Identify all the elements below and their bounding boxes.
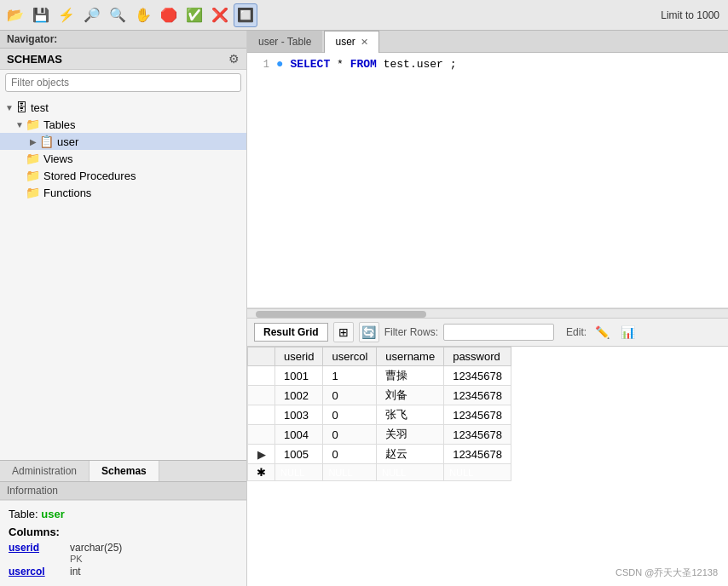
expand-arrow-tables: ▼: [14, 120, 26, 129]
table-row: 1004 0 关羽 12345678: [248, 425, 511, 445]
search-button[interactable]: 🔍: [106, 3, 130, 27]
open-button[interactable]: 📂: [3, 3, 27, 27]
close-icon[interactable]: ✕: [361, 37, 368, 48]
cell-username[interactable]: 张飞: [377, 405, 444, 425]
cell-password[interactable]: 12345678: [444, 386, 511, 405]
export-button[interactable]: 📊: [617, 322, 638, 342]
edit-pencil-button[interactable]: ✏️: [592, 322, 612, 342]
db-icon: 🗄: [15, 101, 27, 114]
info-table-label: Table: user: [9, 508, 238, 520]
result-table: userid usercol username password 1001 1 …: [247, 347, 511, 481]
filter-label: Filter Rows:: [384, 326, 438, 338]
tab-user[interactable]: user ✕: [324, 31, 378, 53]
expand-arrow: ▼: [3, 103, 15, 112]
cell-userid[interactable]: 1003: [275, 405, 323, 425]
cell-usercol[interactable]: 0: [323, 425, 377, 445]
col-name-userid: userid: [9, 542, 60, 564]
cell-username[interactable]: 刘备: [377, 386, 444, 405]
cell-username[interactable]: 关羽: [377, 425, 444, 445]
line-number: 1: [254, 59, 269, 71]
editor-area: user - Table user ✕ 1 ● SELECT * FROM te…: [247, 31, 728, 586]
rollback-button[interactable]: ❌: [208, 3, 232, 27]
col-header-password: password: [444, 348, 511, 366]
sql-code: SELECT * FROM test.user ;: [290, 58, 456, 71]
cell-userid[interactable]: 1004: [275, 425, 323, 445]
schemas-title: SCHEMAS: [7, 53, 62, 66]
commit-button[interactable]: ✅: [182, 3, 206, 27]
horizontal-scrollbar[interactable]: [247, 308, 728, 319]
watermark: CSDN @乔天大圣12138: [615, 566, 718, 579]
tree-item-tables[interactable]: ▼ 📁 Tables: [0, 116, 246, 133]
save-button[interactable]: 💾: [29, 3, 53, 27]
schema-tree: ▼ 🗄 test ▼ 📁 Tables ▶ 📋 user 📁 Views: [0, 95, 246, 460]
sql-line-1: 1 ● SELECT * FROM test.user ;: [254, 58, 721, 71]
tbl-name: test.user: [384, 58, 443, 71]
cell-null-password[interactable]: NULL: [444, 464, 511, 481]
sql-editor[interactable]: 1 ● SELECT * FROM test.user ;: [247, 53, 728, 308]
cell-userid[interactable]: 1005: [275, 445, 323, 464]
tree-item-functions[interactable]: 📁 Functions: [0, 184, 246, 201]
limit-label: Limit to 1000: [661, 9, 725, 21]
navigator-header: Navigator:: [0, 31, 246, 49]
cell-userid[interactable]: 1002: [275, 386, 323, 405]
table-row: 1001 1 曹操 12345678: [248, 366, 511, 386]
scrollbar-thumb[interactable]: [256, 311, 426, 318]
cell-username[interactable]: 赵云: [377, 445, 444, 464]
cell-usercol[interactable]: 0: [323, 445, 377, 464]
info-columns-label: Columns:: [9, 526, 238, 538]
grid-view-button[interactable]: ⊞: [333, 322, 354, 342]
refresh-button[interactable]: 🔄: [359, 322, 379, 342]
tree-label-views: Views: [43, 152, 72, 165]
tree-item-stored-procedures[interactable]: 📁 Stored Procedures: [0, 167, 246, 184]
cell-password[interactable]: 12345678: [444, 445, 511, 464]
tab-administration[interactable]: Administration: [0, 461, 90, 481]
cell-password[interactable]: 12345678: [444, 405, 511, 425]
table-row: 1003 0 张飞 12345678: [248, 405, 511, 425]
cell-null-userid[interactable]: NULL: [275, 464, 323, 481]
cell-usercol[interactable]: 0: [323, 405, 377, 425]
cell-usercol[interactable]: 1: [323, 366, 377, 386]
kw-from: FROM: [350, 58, 377, 71]
tab-label-user-table: user - Table: [258, 36, 311, 48]
row-indicator: [248, 425, 275, 445]
filter-rows-input[interactable]: [443, 324, 554, 341]
tree-item-views[interactable]: 📁 Views: [0, 150, 246, 167]
cell-null-username[interactable]: NULL: [377, 464, 444, 481]
row-indicator: [248, 366, 275, 386]
kw-select: SELECT: [290, 58, 330, 71]
toggle-button[interactable]: 🔲: [234, 3, 257, 27]
tree-item-user[interactable]: ▶ 📋 user: [0, 133, 246, 150]
cell-usercol[interactable]: 0: [323, 386, 377, 405]
line-dot: ●: [276, 57, 283, 71]
row-new-indicator: ✱: [248, 464, 275, 481]
table-row: 1002 0 刘备 12345678: [248, 386, 511, 405]
tree-label-test: test: [31, 101, 49, 114]
col-header-username: username: [377, 348, 444, 366]
schemas-icon[interactable]: ⚙: [228, 52, 240, 66]
info-col-userid: userid varchar(25) PK: [9, 542, 238, 564]
filter-input[interactable]: [5, 73, 241, 92]
col-header-userid: userid: [275, 348, 323, 366]
explain-button[interactable]: 🔎: [80, 3, 104, 27]
stop-button[interactable]: 🛑: [157, 3, 181, 27]
tree-label-sp: Stored Procedures: [43, 169, 136, 182]
cell-password[interactable]: 12345678: [444, 366, 511, 386]
hand-button[interactable]: ✋: [131, 3, 155, 27]
cell-username[interactable]: 曹操: [377, 366, 444, 386]
col-type-userid: varchar(25): [70, 542, 122, 554]
sp-icon: 📁: [26, 169, 40, 182]
tab-user-table[interactable]: user - Table: [247, 31, 322, 52]
result-grid-tab[interactable]: Result Grid: [254, 323, 328, 342]
cell-userid[interactable]: 1001: [275, 366, 323, 386]
tree-label-user: user: [57, 135, 78, 148]
execute-button[interactable]: ⚡: [55, 3, 78, 27]
tree-item-test[interactable]: ▼ 🗄 test: [0, 99, 246, 116]
tables-folder-icon: 📁: [26, 118, 40, 131]
schemas-header: SCHEMAS ⚙: [0, 49, 246, 70]
edit-label: Edit:: [566, 326, 586, 338]
tab-schemas[interactable]: Schemas: [90, 461, 159, 481]
cell-null-usercol[interactable]: NULL: [323, 464, 377, 481]
cell-password[interactable]: 12345678: [444, 425, 511, 445]
main-area: Navigator: SCHEMAS ⚙ ▼ 🗄 test ▼ 📁 Tables…: [0, 31, 728, 586]
tree-label-fn: Functions: [43, 187, 91, 199]
